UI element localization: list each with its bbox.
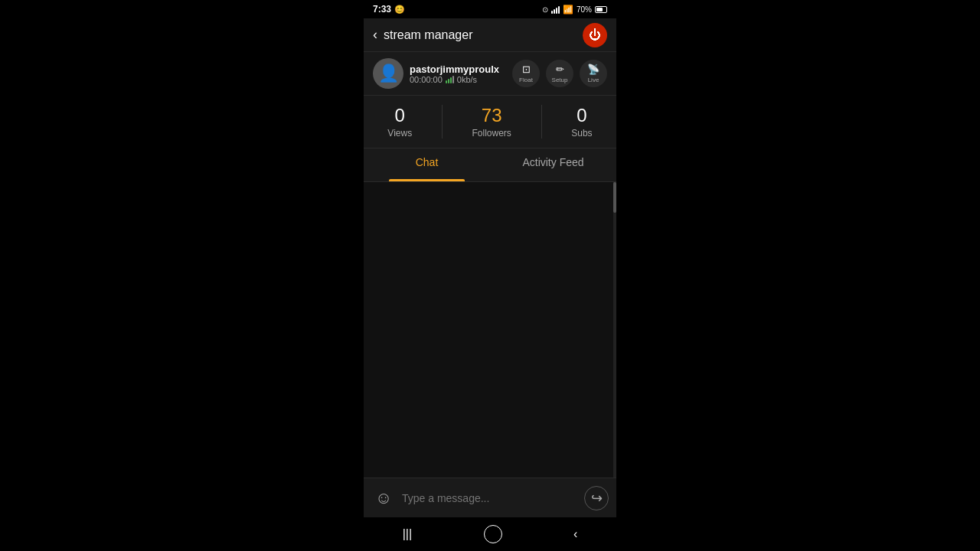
app-content: ‹ stream manager ⏻ 👤 pastorjimmyproulx 0…: [364, 18, 616, 517]
recent-apps-button[interactable]: |||: [397, 521, 418, 547]
status-icons: ⊙ 📶 70%: [542, 5, 607, 15]
top-bar: ‹ stream manager ⏻: [364, 18, 616, 52]
chat-area: [364, 182, 616, 478]
emoji-button[interactable]: ☺: [371, 486, 396, 510]
tab-activity-feed-underline: [515, 179, 591, 181]
avatar: 👤: [373, 58, 403, 89]
status-bar: 7:33 😊 ⊙ 📶 70%: [364, 0, 616, 18]
user-info: 👤 pastorjimmyproulx 00:00:00 0kb/s: [373, 58, 499, 89]
stat-divider-2: [541, 105, 542, 139]
setup-button[interactable]: ✏ Setup: [546, 60, 573, 87]
back-button[interactable]: ‹: [373, 27, 377, 43]
stream-quality-bars: [446, 76, 454, 83]
live-label: Live: [588, 77, 599, 83]
share-icon: ↪: [591, 490, 603, 507]
tab-activity-feed[interactable]: Activity Feed: [490, 148, 616, 181]
battery-icon: [595, 6, 607, 13]
chat-input-bar: ☺ ↪: [364, 478, 616, 517]
action-icons: ⊡ Float ✏ Setup 📡 Live: [512, 60, 607, 87]
live-icon: 📡: [587, 64, 599, 75]
home-button[interactable]: [484, 525, 502, 543]
top-bar-left: ‹ stream manager: [373, 27, 473, 43]
float-button[interactable]: ⊡ Float: [512, 60, 540, 87]
signal-icon: [551, 5, 560, 14]
tab-chat-underline: [389, 179, 465, 181]
power-button[interactable]: ⏻: [583, 23, 607, 47]
username: pastorjimmyproulx: [410, 64, 499, 75]
user-details: pastorjimmyproulx 00:00:00 0kb/s: [410, 64, 499, 84]
share-button[interactable]: ↪: [584, 486, 609, 510]
stat-subs: 0 Subs: [571, 105, 592, 139]
setup-icon: ✏: [556, 64, 564, 75]
stat-divider-1: [442, 105, 443, 139]
setup-label: Setup: [552, 77, 568, 83]
live-button[interactable]: 📡 Live: [580, 60, 607, 87]
stream-info: 00:00:00 0kb/s: [410, 75, 499, 84]
followers-label: Followers: [472, 128, 511, 139]
page-title: stream manager: [384, 28, 473, 42]
views-count: 0: [395, 105, 405, 126]
status-time: 7:33: [373, 4, 391, 15]
float-icon: ⊡: [522, 64, 531, 75]
status-time-area: 7:33 😊: [373, 4, 405, 15]
subs-count: 0: [577, 105, 586, 126]
bitrate: 0kb/s: [457, 75, 477, 84]
emoji-icon: ☺: [375, 488, 392, 508]
bottom-nav: ||| ‹: [364, 517, 616, 551]
tab-activity-feed-label: Activity Feed: [522, 156, 583, 174]
scrollbar-thumb[interactable]: [613, 182, 616, 213]
followers-count: 73: [482, 105, 502, 126]
power-icon: ⏻: [589, 28, 601, 42]
nfc-icon: ⊙: [542, 5, 548, 14]
wifi-icon: 📶: [563, 5, 573, 15]
subs-label: Subs: [571, 128, 592, 139]
status-emoji: 😊: [394, 5, 405, 15]
views-label: Views: [387, 128, 412, 139]
stat-followers: 73 Followers: [472, 105, 511, 139]
tabs-row: Chat Activity Feed: [364, 148, 616, 182]
back-nav-button[interactable]: ‹: [567, 521, 583, 547]
user-row: 👤 pastorjimmyproulx 00:00:00 0kb/s: [364, 52, 616, 96]
tab-chat-label: Chat: [416, 156, 439, 174]
stats-row: 0 Views 73 Followers 0 Subs: [364, 96, 616, 148]
float-label: Float: [519, 77, 533, 83]
tab-chat[interactable]: Chat: [364, 148, 490, 181]
battery-percent: 70%: [577, 5, 592, 14]
stat-views: 0 Views: [387, 105, 412, 139]
chat-input[interactable]: [402, 492, 578, 504]
stream-time: 00:00:00: [410, 75, 443, 84]
scrollbar[interactable]: [613, 182, 616, 478]
